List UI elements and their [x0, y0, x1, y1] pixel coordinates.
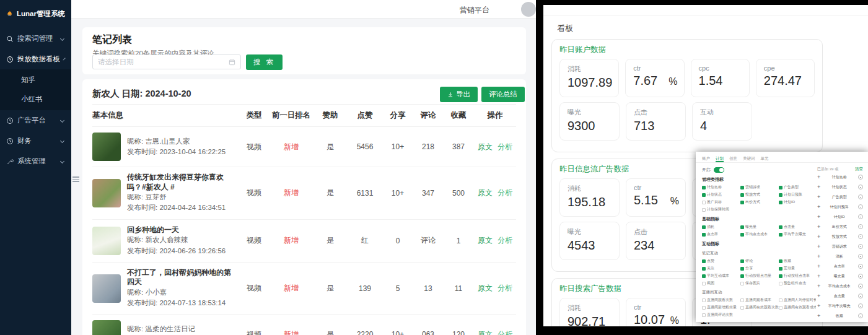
metric-checkbox-item[interactable]: 计划状态	[702, 192, 740, 198]
plus-icon[interactable]: +	[817, 263, 820, 269]
metric-checkbox-item[interactable]: 平均千次曝光	[779, 232, 816, 237]
checkbox[interactable]	[702, 282, 706, 285]
checkbox[interactable]	[702, 225, 706, 229]
date-picker[interactable]	[92, 54, 241, 69]
analyze-link[interactable]: 分析	[498, 142, 512, 152]
minus-circle-icon[interactable]	[858, 284, 863, 289]
metric-checkbox-item[interactable]: 计划名称	[702, 185, 740, 190]
checkbox[interactable]	[702, 208, 706, 212]
checkbox[interactable]	[702, 313, 706, 317]
metric-checkbox-item[interactable]: 计划日预算	[779, 192, 816, 198]
original-link[interactable]: 原文	[478, 188, 493, 198]
minus-circle-icon[interactable]	[858, 303, 863, 308]
settings-tab[interactable]: 创意	[729, 156, 737, 162]
original-link[interactable]: 原文	[478, 283, 493, 294]
metric-checkbox-item[interactable]: 点击量	[779, 224, 816, 230]
checkbox[interactable]	[779, 306, 783, 310]
metric-checkbox-item[interactable]: 预告组件点击	[779, 281, 816, 286]
minus-circle-icon[interactable]	[858, 185, 863, 189]
metric-checkbox-item[interactable]: 出价方式	[740, 199, 779, 205]
metric-checkbox-item[interactable]: 直播间有效观看次数	[740, 305, 779, 310]
checkbox[interactable]	[740, 274, 744, 278]
plus-icon[interactable]: +	[817, 194, 820, 200]
checkbox[interactable]	[702, 201, 706, 204]
plus-icon[interactable]: +	[817, 283, 820, 289]
plus-icon[interactable]: +	[817, 303, 820, 309]
settings-tab[interactable]: 关键词	[743, 156, 755, 162]
sidebar-item-search-terms[interactable]: 搜索词管理	[0, 28, 71, 49]
checkbox[interactable]	[779, 193, 783, 197]
checkbox[interactable]	[740, 282, 744, 285]
settings-tab[interactable]: 单元	[761, 156, 769, 162]
metric-checkbox-item[interactable]: 互动量	[779, 266, 816, 271]
minus-circle-icon[interactable]	[858, 214, 863, 219]
minus-circle-icon[interactable]	[858, 254, 863, 259]
checkbox[interactable]	[740, 267, 744, 271]
checkbox[interactable]	[740, 233, 744, 237]
minus-circle-icon[interactable]	[858, 313, 863, 318]
minus-circle-icon[interactable]	[858, 264, 863, 269]
settings-tab[interactable]: 计划	[716, 156, 724, 162]
checkbox[interactable]	[702, 259, 706, 263]
sidebar-item-finance[interactable]: 财务	[0, 131, 71, 151]
metric-checkbox-item[interactable]: 曝光量	[740, 224, 779, 230]
plus-icon[interactable]: +	[817, 204, 820, 210]
comment-summary-button[interactable]: 评论总结	[481, 87, 525, 102]
metric-checkbox-item[interactable]: 行动按钮点击量	[740, 273, 779, 279]
clear-button[interactable]: 清空	[855, 167, 863, 172]
metric-checkbox-item[interactable]: 评论	[740, 258, 779, 264]
metric-checkbox-item[interactable]: 直播间人均停留时长	[779, 297, 816, 303]
enable-toggle[interactable]	[714, 167, 724, 173]
metric-checkbox-item[interactable]: 直播间观看成本	[740, 297, 779, 303]
sidebar-item-system[interactable]: 系统管理	[0, 151, 71, 172]
metric-checkbox-item[interactable]: 直播间有效观看成本	[779, 305, 816, 310]
analyze-link[interactable]: 分析	[498, 235, 512, 246]
metric-checkbox-item[interactable]: 消耗	[702, 224, 740, 230]
checkbox[interactable]	[779, 282, 783, 285]
note-thumbnail[interactable]	[92, 133, 121, 161]
analyze-link[interactable]: 分析	[498, 283, 512, 294]
original-link[interactable]: 原文	[478, 329, 493, 335]
minus-circle-icon[interactable]	[858, 244, 863, 249]
checkbox[interactable]	[702, 306, 706, 310]
minus-circle-icon[interactable]	[858, 224, 863, 229]
checkbox[interactable]	[740, 306, 744, 310]
metric-checkbox-item[interactable]: 推广目标	[702, 199, 740, 205]
plus-icon[interactable]: +	[817, 224, 820, 230]
checkbox[interactable]	[740, 193, 744, 197]
export-button[interactable]: 导出	[440, 87, 478, 102]
plus-icon[interactable]: +	[817, 253, 820, 259]
plus-icon[interactable]: +	[817, 233, 820, 240]
metric-checkbox-item[interactable]: 投放方式	[740, 192, 779, 198]
minus-circle-icon[interactable]	[858, 204, 863, 209]
analyze-link[interactable]: 分析	[498, 188, 512, 198]
note-thumbnail[interactable]	[92, 179, 121, 207]
metric-checkbox-item[interactable]: 点赞	[702, 258, 740, 264]
plus-icon[interactable]: +	[817, 293, 820, 299]
metric-checkbox-item[interactable]: 广告类型	[779, 185, 816, 190]
metric-checkbox-item[interactable]: 直播间新增粉丝量	[702, 305, 740, 310]
sidebar-item-ad-platform[interactable]: 广告平台	[0, 110, 71, 131]
checkbox[interactable]	[702, 186, 706, 189]
metric-checkbox-item[interactable]: 截图	[702, 281, 740, 286]
minus-circle-icon[interactable]	[858, 234, 863, 239]
sidebar-collapse-icon[interactable]	[72, 175, 79, 183]
checkbox[interactable]	[702, 298, 706, 302]
note-thumbnail[interactable]	[92, 274, 121, 303]
original-link[interactable]: 原文	[478, 142, 493, 152]
metric-checkbox-item[interactable]: 直播间评论次数	[702, 312, 740, 318]
original-link[interactable]: 原文	[478, 235, 493, 246]
plus-icon[interactable]: +	[817, 174, 820, 180]
checkbox[interactable]	[779, 201, 783, 204]
plus-icon[interactable]: +	[817, 273, 820, 279]
metric-checkbox-item[interactable]: 保存图片	[740, 281, 779, 286]
minus-circle-icon[interactable]	[858, 194, 863, 199]
checkbox[interactable]	[779, 274, 783, 278]
date-input[interactable]	[98, 58, 229, 66]
checkbox[interactable]	[740, 201, 744, 204]
checkbox[interactable]	[779, 225, 783, 229]
checkbox[interactable]	[740, 298, 744, 302]
checkbox[interactable]	[779, 298, 783, 302]
sidebar-subitem-zhihu[interactable]: 知乎	[0, 71, 71, 90]
metric-checkbox-item[interactable]: 收藏	[779, 258, 816, 264]
